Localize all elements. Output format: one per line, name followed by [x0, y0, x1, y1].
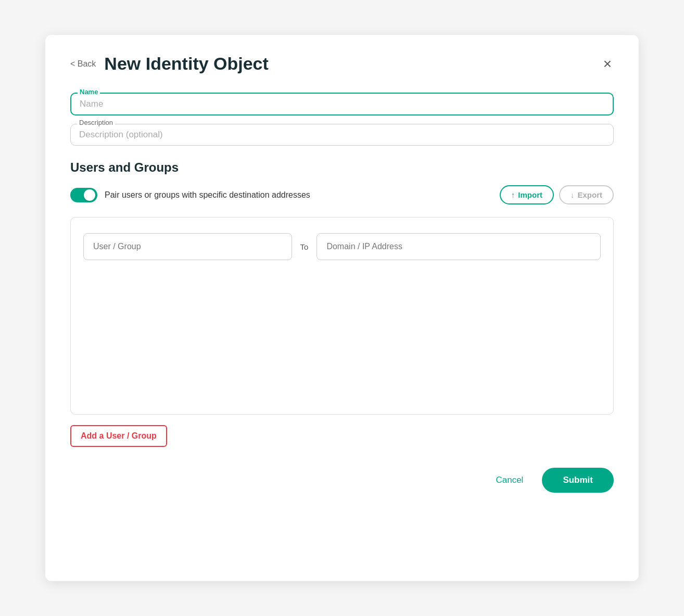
- domain-ip-input[interactable]: [316, 233, 601, 260]
- new-identity-object-modal: < Back New Identity Object × Name Descri…: [45, 35, 639, 581]
- download-icon: ↓: [571, 190, 575, 199]
- user-group-input[interactable]: [83, 233, 292, 260]
- name-input[interactable]: [80, 99, 604, 109]
- toggle-label: Pair users or groups with specific desti…: [105, 190, 310, 200]
- table-header-row: To: [83, 233, 601, 260]
- description-field-group: Description: [70, 124, 614, 146]
- users-groups-section-title: Users and Groups: [70, 160, 614, 175]
- to-label: To: [300, 242, 309, 251]
- action-buttons: ↑ Import ↓ Export: [500, 185, 614, 204]
- modal-title: New Identity Object: [104, 54, 269, 74]
- toggle-left: Pair users or groups with specific desti…: [70, 188, 310, 202]
- close-button[interactable]: ×: [601, 55, 614, 73]
- toggle-thumb: [84, 189, 95, 201]
- upload-icon: ↑: [511, 190, 515, 199]
- users-groups-table: To: [70, 217, 614, 415]
- export-label: Export: [577, 190, 602, 199]
- add-user-group-button[interactable]: Add a User / Group: [70, 425, 167, 447]
- name-field-wrapper: Name: [70, 93, 614, 116]
- cancel-button[interactable]: Cancel: [487, 470, 531, 491]
- description-field-wrapper: Description: [70, 124, 614, 146]
- modal-footer: Cancel Submit: [70, 468, 614, 493]
- import-label: Import: [518, 190, 542, 199]
- back-link[interactable]: < Back: [70, 59, 96, 69]
- name-label: Name: [78, 88, 100, 96]
- pair-users-toggle[interactable]: [70, 188, 97, 202]
- export-button[interactable]: ↓ Export: [559, 185, 614, 204]
- name-field-group: Name: [70, 93, 614, 116]
- import-button[interactable]: ↑ Import: [500, 185, 554, 204]
- modal-header: < Back New Identity Object ×: [70, 54, 614, 74]
- description-input[interactable]: [79, 130, 605, 140]
- description-label: Description: [77, 119, 115, 126]
- toggle-row: Pair users or groups with specific desti…: [70, 185, 614, 204]
- submit-button[interactable]: Submit: [542, 468, 614, 493]
- modal-header-left: < Back New Identity Object: [70, 54, 269, 74]
